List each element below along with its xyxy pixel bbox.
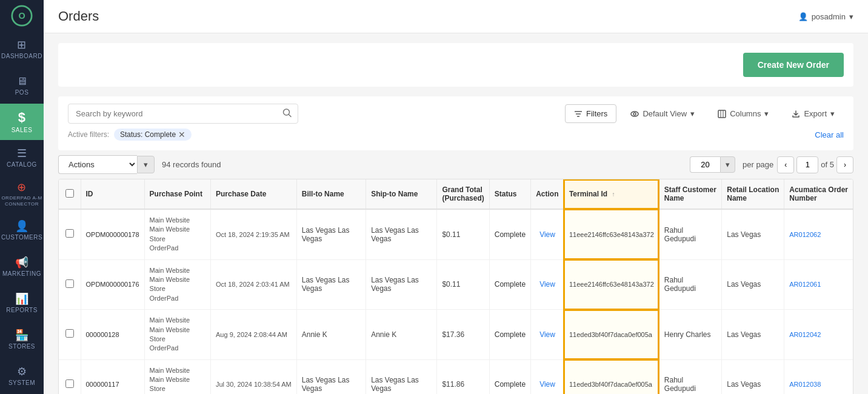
eye-icon — [630, 110, 639, 118]
th-terminal-id[interactable]: Terminal Id ↑ — [564, 179, 659, 209]
actions-arrow-button[interactable]: ▾ — [137, 156, 155, 173]
acumatica-link-2[interactable]: AR012042 — [789, 331, 821, 338]
active-filters-row: Active filters: Status: Complete ✕ Clear… — [68, 124, 844, 143]
row-status-2: Complete — [489, 310, 530, 360]
row-purchase-point-2: Main WebsiteMain Website StoreOrderPad — [144, 310, 210, 360]
view-button-1[interactable]: View — [536, 279, 559, 290]
sidebar-item-marketing[interactable]: 📢 Marketing — [0, 249, 44, 285]
sort-icon: ↑ — [612, 191, 615, 198]
columns-icon — [718, 110, 726, 118]
sidebar-item-reports[interactable]: 📊 Reports — [0, 285, 44, 321]
search-input[interactable] — [68, 104, 298, 124]
row-checkbox-2[interactable] — [65, 329, 74, 338]
sales-icon: $ — [18, 111, 26, 124]
sidebar-item-pos[interactable]: 🖥 POS — [0, 67, 44, 104]
table-row: OPDM000000178 Main WebsiteMain Website S… — [59, 209, 853, 259]
svg-rect-9 — [718, 110, 726, 118]
sidebar-item-label: Reports — [6, 307, 38, 313]
prev-page-button[interactable]: ‹ — [777, 156, 794, 173]
row-terminal-id-2: 11eded3bf40f7daca0ef005a — [564, 310, 659, 360]
content-area: Create New Order — [44, 33, 868, 394]
export-label: Export — [804, 109, 827, 118]
row-purchase-date-2: Aug 9, 2024 2:08:44 AM — [211, 310, 297, 360]
sidebar-item-sales[interactable]: $ Sales — [0, 104, 44, 140]
view-button-2[interactable]: View — [536, 329, 559, 340]
sidebar-item-label: Stores — [8, 343, 35, 350]
row-ship-to-0: Las Vegas Las Vegas — [366, 209, 437, 259]
row-grand-total-1: $0.11 — [437, 259, 489, 310]
sidebar-item-customers[interactable]: 👤 Customers — [0, 213, 44, 249]
sidebar-item-label: POS — [15, 89, 29, 96]
view-button-3[interactable]: View — [536, 379, 559, 390]
sidebar-item-label: Catalog — [7, 161, 37, 168]
actions-select[interactable]: Actions — [58, 155, 137, 174]
search-button[interactable] — [282, 108, 292, 119]
svg-line-3 — [289, 115, 292, 117]
sidebar-item-dashboard[interactable]: ⊞ Dashboard — [0, 31, 44, 67]
per-page-label: per page — [743, 160, 773, 169]
sidebar-item-orderpad[interactable]: ⊕ ORDERPAD A-M CONNECTOR — [0, 176, 44, 213]
sidebar-item-label: System — [8, 379, 35, 386]
columns-button[interactable]: Columns ▾ — [709, 104, 778, 123]
per-page-arrow-button[interactable]: ▾ — [720, 156, 735, 173]
page-title: Orders — [58, 8, 99, 24]
row-ship-to-2: Annie K — [366, 310, 437, 360]
row-purchase-point-1: Main WebsiteMain Website StoreOrderPad — [144, 259, 210, 310]
create-new-order-button[interactable]: Create New Order — [743, 53, 844, 77]
th-bill-to-name: Bill-to Name — [296, 179, 366, 209]
sidebar-item-stores[interactable]: 🏪 Stores — [0, 321, 44, 358]
row-acumatica-2: AR012042 — [784, 310, 853, 360]
row-staff-customer-0: Rahul Gedupudi — [659, 209, 721, 259]
active-filters-label: Active filters: — [68, 130, 109, 139]
acumatica-link-3[interactable]: AR012038 — [789, 381, 821, 388]
catalog-icon: ☰ — [17, 148, 27, 159]
customers-icon: 👤 — [15, 221, 29, 232]
row-retail-location-0: Las Vegas — [722, 209, 784, 259]
th-retail-location-name: Retail LocationName — [722, 179, 784, 209]
select-all-checkbox[interactable] — [65, 189, 74, 198]
row-checkbox-cell — [59, 310, 81, 360]
filters-label: Filters — [586, 109, 607, 118]
per-page-input[interactable] — [690, 156, 720, 173]
page-nav: ‹ of 5 › — [777, 156, 853, 173]
next-page-button[interactable]: › — [836, 156, 853, 173]
row-checkbox-1[interactable] — [65, 279, 74, 288]
row-checkbox-3[interactable] — [65, 379, 74, 388]
search-container — [68, 104, 298, 124]
th-id: ID — [81, 179, 144, 209]
row-id-3: 000000117 — [81, 359, 144, 394]
user-dropdown-icon: ▾ — [849, 12, 853, 21]
filters-button[interactable]: Filters — [565, 104, 616, 123]
clear-all-button[interactable]: Clear all — [815, 130, 844, 139]
row-checkbox-cell — [59, 259, 81, 310]
sidebar-item-system[interactable]: ⚙ System — [0, 358, 44, 394]
sidebar-item-catalog[interactable]: ☰ Catalog — [0, 140, 44, 176]
row-purchase-date-3: Jul 30, 2024 10:38:54 AM — [211, 359, 297, 394]
acumatica-link-1[interactable]: AR012061 — [789, 281, 821, 288]
row-purchase-point-3: Main WebsiteMain Website StoreOrderPad — [144, 359, 210, 394]
main-area: Orders 👤 posadmin ▾ Create New Order — [44, 0, 868, 394]
row-action-2: View — [531, 310, 564, 360]
export-button[interactable]: Export ▾ — [783, 104, 844, 123]
page-input[interactable] — [796, 156, 818, 173]
row-id-0: OPDM000000178 — [81, 209, 144, 259]
acumatica-link-0[interactable]: AR012062 — [789, 231, 821, 238]
user-icon: 👤 — [798, 12, 808, 21]
row-checkbox-0[interactable] — [65, 229, 74, 238]
row-action-0: View — [531, 209, 564, 259]
view-button-0[interactable]: View — [536, 229, 559, 240]
row-retail-location-2: Las Vegas — [722, 310, 784, 360]
filter-tag-close[interactable]: ✕ — [178, 130, 185, 139]
th-purchase-date: Purchase Date — [211, 179, 297, 209]
user-menu[interactable]: 👤 posadmin ▾ — [798, 12, 853, 21]
row-bill-to-1: Las Vegas Las Vegas — [296, 259, 366, 310]
columns-label: Columns — [730, 109, 761, 118]
row-id-1: OPDM000000176 — [81, 259, 144, 310]
logo[interactable]: O — [0, 0, 44, 31]
row-retail-location-1: Las Vegas — [722, 259, 784, 310]
records-count: 94 records found — [162, 160, 221, 169]
default-view-button[interactable]: Default View ▾ — [621, 104, 704, 123]
row-grand-total-3: $11.86 — [437, 359, 489, 394]
table-header-row: ID Purchase Point Purchase Date Bill-to … — [59, 179, 853, 209]
actions-dropdown: Actions ▾ — [58, 155, 155, 174]
